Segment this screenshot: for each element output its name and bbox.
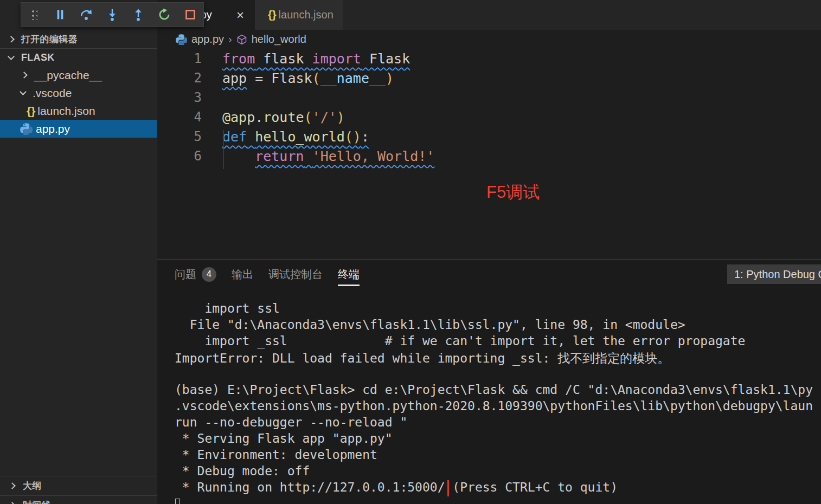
python-icon xyxy=(20,122,33,135)
line-number: 6 xyxy=(157,148,202,164)
json-braces-icon: {} xyxy=(268,9,277,21)
code-token xyxy=(304,148,312,164)
terminal-line: .vscode\extensions\ms-python.python-2020… xyxy=(175,399,821,415)
code-token: = xyxy=(247,70,271,86)
terminal-line: * Debug mode: off xyxy=(175,464,821,480)
chevron-right-icon xyxy=(9,502,16,504)
step-into-button[interactable] xyxy=(106,8,119,21)
chevron-right-icon xyxy=(8,36,15,43)
code-token: '/' xyxy=(312,109,337,125)
code-line: 1 from flask import Flask xyxy=(157,49,821,68)
terminal-output[interactable]: import ssl File "d:\Anaconda3\envs\flask… xyxy=(175,301,821,504)
breadcrumb-separator: › xyxy=(228,33,232,46)
tab-output[interactable]: 输出 xyxy=(232,260,253,289)
sidebar-item-launch-json[interactable]: {} launch.json xyxy=(0,102,157,120)
line-number: 3 xyxy=(157,90,202,105)
line-number: 2 xyxy=(157,70,202,86)
symbol-cube-icon xyxy=(236,34,247,45)
sidebar-item-app-py[interactable]: app.py xyxy=(0,120,157,138)
tab-label: 调试控制台 xyxy=(268,267,323,282)
code-token: Flask xyxy=(361,51,410,67)
folder-root-flask[interactable]: FLASK xyxy=(0,49,157,66)
tab-debug-console[interactable]: 调试控制台 xyxy=(268,260,323,289)
code-token: () xyxy=(345,129,361,145)
chevron-down-icon xyxy=(8,53,15,60)
code-indent xyxy=(222,148,255,164)
terminal-line xyxy=(175,366,821,383)
file-label: launch.json xyxy=(37,105,95,118)
tab-terminal[interactable]: 终端 xyxy=(338,260,360,289)
annotation-f5-debug: F5调试 xyxy=(486,181,540,204)
timeline-section-header[interactable]: 时间线 xyxy=(0,497,157,504)
code-token: : xyxy=(361,129,369,145)
code-token: ( xyxy=(312,70,320,86)
problems-count-badge: 4 xyxy=(202,267,216,282)
running-url-highlight-box: * Running on http://127.0.0.1:5000/ xyxy=(175,480,445,494)
code-token: return xyxy=(255,148,304,164)
timeline-label: 时间线 xyxy=(23,499,51,504)
step-out-icon xyxy=(132,8,145,22)
code-token: app xyxy=(222,70,247,86)
json-braces-icon: {} xyxy=(27,105,35,118)
terminal-line: (base) E:\Project\Flask> cd e:\Project\F… xyxy=(175,383,821,399)
outline-section-header[interactable]: 大纲 xyxy=(0,477,157,495)
line-number: 4 xyxy=(157,109,202,125)
close-icon[interactable]: × xyxy=(233,8,247,23)
code-token: ) xyxy=(337,109,345,125)
dropdown-value: 1: Python Debug C xyxy=(734,268,821,281)
outline-label: 大纲 xyxy=(23,480,42,492)
editor-tab-bar: p.py × {} launch.json xyxy=(157,0,821,30)
terminal-line: ImportError: DLL load failed while impor… xyxy=(175,350,821,366)
code-token xyxy=(247,129,255,145)
terminal-line-running: * Running on http://127.0.0.1:5000/ (Pre… xyxy=(175,480,821,496)
sidebar-item-vscode[interactable]: .vscode xyxy=(0,84,157,102)
bottom-panel: 问题 4 输出 调试控制台 终端 1: Python Debug C impor… xyxy=(157,259,821,504)
chevron-down-icon xyxy=(20,88,27,95)
step-over-button[interactable] xyxy=(80,8,93,21)
terminal-line: File "d:\Anaconda3\envs\flask1.1\lib\ssl… xyxy=(175,318,821,334)
breadcrumb-file[interactable]: app.py xyxy=(191,33,224,46)
code-line: 6 return 'Hello, World!' xyxy=(157,146,821,166)
file-label: app.py xyxy=(36,122,70,135)
line-number: 1 xyxy=(157,51,202,66)
step-over-icon xyxy=(80,8,93,22)
code-line: 2 app = Flask(__name__) xyxy=(157,68,821,88)
code-token: from xyxy=(222,51,255,67)
root-folder-label: FLASK xyxy=(21,52,55,63)
code-token: __name__ xyxy=(320,70,386,86)
code-line: 3 xyxy=(157,88,821,107)
terminal-line: import _ssl # if we can't import it, let… xyxy=(175,334,821,350)
tab-label: launch.json xyxy=(279,9,333,21)
tab-launch-json[interactable]: {} launch.json xyxy=(255,0,343,30)
code-token: ) xyxy=(386,70,394,86)
terminal-line: import ssl xyxy=(175,301,821,318)
stop-icon xyxy=(184,8,197,21)
pause-icon xyxy=(54,8,67,21)
open-editors-section-header[interactable]: 打开的编辑器 xyxy=(0,30,157,48)
indent-guide xyxy=(223,130,224,169)
pause-button[interactable] xyxy=(54,8,67,21)
restart-button[interactable] xyxy=(158,8,171,21)
terminal-instance-dropdown[interactable]: 1: Python Debug C xyxy=(727,264,821,284)
code-token: 'Hello, World!' xyxy=(312,148,435,164)
restart-icon xyxy=(158,8,171,22)
code-token: import xyxy=(312,51,361,67)
code-editor[interactable]: 1 from flask import Flask 2 app = Flask(… xyxy=(157,49,821,259)
code-line: 5 def hello_world(): xyxy=(157,127,821,146)
toolbar-drag-handle[interactable] xyxy=(28,8,41,21)
terminal-prompt-line xyxy=(175,496,821,504)
breadcrumb-symbol[interactable]: hello_world xyxy=(252,33,306,46)
stop-button[interactable] xyxy=(184,8,197,21)
code-line: 4 @app.route('/') xyxy=(157,107,821,127)
terminal-cursor xyxy=(175,499,180,504)
tab-problems[interactable]: 问题 4 xyxy=(175,260,216,289)
tab-label: 终端 xyxy=(338,267,360,282)
terminal-line: run --no-debugger --no-reload " xyxy=(175,415,821,431)
code-token: hello_world xyxy=(255,129,345,145)
code-token: ( xyxy=(304,109,312,125)
step-out-button[interactable] xyxy=(132,8,145,21)
panel-tab-bar: 问题 4 输出 调试控制台 终端 xyxy=(175,260,360,289)
sidebar-item-pycache[interactable]: __pycache__ xyxy=(0,66,157,84)
code-token: flask xyxy=(255,51,312,67)
open-editors-label: 打开的编辑器 xyxy=(21,33,78,46)
